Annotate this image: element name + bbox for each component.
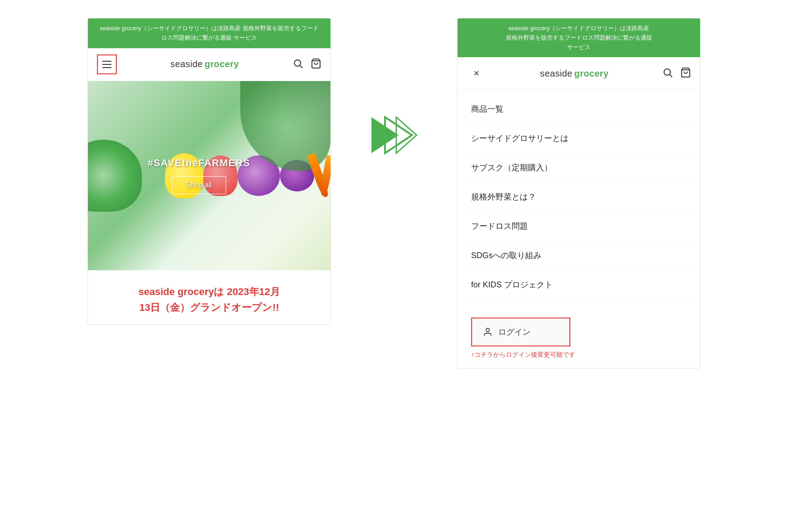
svg-point-9 bbox=[486, 328, 489, 332]
logo-grocery: grocery bbox=[205, 59, 239, 69]
cart-icon[interactable] bbox=[311, 58, 321, 71]
banner-right: seaside grocery（シーサイドグロサリー）は淡路島産規格外野菜を販売… bbox=[458, 18, 700, 57]
arrow-svg bbox=[367, 108, 421, 162]
menu-item-products[interactable]: 商品一覧 bbox=[458, 95, 700, 124]
svg-point-0 bbox=[294, 60, 301, 66]
menu-item-subscription[interactable]: サブスク（定期購入） bbox=[458, 153, 700, 182]
left-panel: seaside grocery（シーサイドグロサリー）は淡路島産 規格外野菜を販… bbox=[87, 18, 331, 325]
search-icon-right[interactable] bbox=[662, 67, 673, 80]
cart-icon-right[interactable] bbox=[680, 67, 691, 80]
svg-line-1 bbox=[300, 65, 303, 68]
user-icon bbox=[483, 327, 493, 337]
svg-point-6 bbox=[664, 69, 670, 75]
shop-all-button[interactable]: Shop all bbox=[172, 176, 226, 194]
logo-seaside: seaside bbox=[170, 59, 203, 69]
login-label: ログイン bbox=[498, 327, 531, 337]
close-menu-button[interactable]: × bbox=[467, 64, 486, 83]
hero-image: #SAVEtheFARMERS Shop all bbox=[88, 81, 330, 270]
veg-cabbage bbox=[88, 140, 142, 212]
logo: seaside grocery bbox=[122, 59, 287, 69]
banner-left: seaside grocery（シーサイドグロサリー）は淡路島産 規格外野菜を販… bbox=[88, 18, 330, 48]
svg-line-7 bbox=[670, 75, 673, 77]
header-left: seaside grocery bbox=[88, 48, 330, 81]
right-panel: seaside grocery（シーサイドグロサリー）は淡路島産規格外野菜を販売… bbox=[457, 18, 701, 368]
menu-item-irregular-veg[interactable]: 規格外野菜とは？ bbox=[458, 182, 700, 212]
menu-item-kids[interactable]: for KIDS プロジェクト bbox=[458, 270, 700, 300]
logo-right: seaside grocery bbox=[492, 68, 657, 79]
banner-text: seaside grocery（シーサイドグロサリー）は淡路島産 規格外野菜を販… bbox=[100, 25, 318, 41]
navigation-menu: 商品一覧 シーサイドグロサリーとは サブスク（定期購入） 規格外野菜とは？ フー… bbox=[458, 90, 700, 304]
grand-opening-text: seaside groceryは 2023年12月13日（金）グランドオープン!… bbox=[97, 284, 321, 315]
header-icons bbox=[293, 58, 321, 71]
close-icon: × bbox=[474, 68, 480, 79]
logo-seaside-right: seaside bbox=[540, 68, 573, 79]
hamburger-line-2 bbox=[102, 64, 111, 65]
banner-text-right: seaside grocery（シーサイドグロサリー）は淡路島産規格外野菜を販売… bbox=[506, 25, 652, 50]
hamburger-line-3 bbox=[102, 67, 111, 68]
grand-opening-section: seaside groceryは 2023年12月13日（金）グランドオープン!… bbox=[88, 270, 330, 324]
transition-arrow bbox=[367, 18, 421, 162]
hero-text: #SAVEtheFARMERS Shop all bbox=[147, 157, 250, 194]
hero-hashtag: #SAVEtheFARMERS bbox=[147, 157, 250, 169]
search-icon[interactable] bbox=[293, 58, 303, 71]
hamburger-line-1 bbox=[102, 61, 111, 62]
menu-item-about[interactable]: シーサイドグロサリーとは bbox=[458, 124, 700, 153]
menu-header: × seaside grocery bbox=[458, 57, 700, 90]
login-button[interactable]: ログイン bbox=[471, 318, 570, 346]
hamburger-menu-button[interactable] bbox=[97, 55, 117, 74]
login-note: ↑コチラからログイン後変更可能です bbox=[471, 351, 687, 359]
login-section: ログイン ↑コチラからログイン後変更可能です bbox=[458, 309, 700, 368]
menu-item-food-loss[interactable]: フードロス問題 bbox=[458, 212, 700, 241]
header-icons-right bbox=[662, 67, 691, 80]
logo-grocery-right: grocery bbox=[574, 68, 609, 79]
menu-item-sdgs[interactable]: SDGsへの取り組み bbox=[458, 241, 700, 270]
